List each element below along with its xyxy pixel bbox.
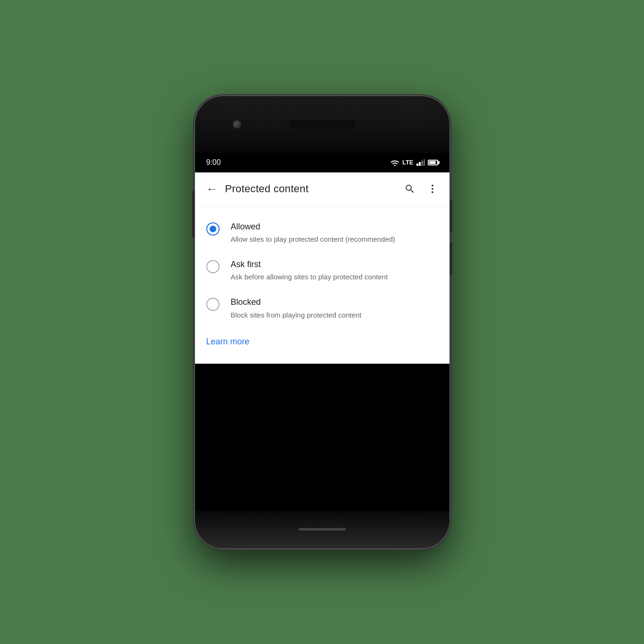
front-camera [233,120,241,129]
status-time: 9:00 [206,158,221,167]
learn-more-link[interactable]: Learn more [206,337,250,346]
option-blocked[interactable]: Blocked Block sites from playing protect… [195,289,449,327]
svg-rect-3 [424,159,425,166]
more-options-button[interactable] [423,179,442,198]
home-indicator [299,528,346,530]
earpiece-speaker [289,121,355,128]
battery-fill [429,161,436,164]
search-button[interactable] [400,179,419,198]
battery-icon [428,160,438,165]
status-bar: 9:00 LTE [195,153,449,172]
svg-rect-0 [416,163,418,166]
option-blocked-label: Blocked [231,297,438,308]
back-arrow-icon: ← [206,183,218,195]
option-allowed-desc: Allow sites to play protected content (r… [231,234,438,244]
radio-allowed-circle [206,222,220,236]
option-ask-first-label: Ask first [231,259,438,270]
radio-blocked-circle [206,298,220,311]
signal-icon [416,159,425,166]
svg-point-6 [432,191,433,193]
volume-up-button[interactable] [450,200,452,233]
bottom-bezel [195,511,449,548]
phone-screen: 9:00 LTE [195,153,449,511]
option-allowed-text: Allowed Allow sites to play protected co… [231,221,438,244]
svg-point-4 [432,185,433,187]
option-allowed-label: Allowed [231,221,438,232]
option-allowed[interactable]: Allowed Allow sites to play protected co… [195,214,449,252]
back-button[interactable]: ← [203,179,221,198]
option-blocked-text: Blocked Block sites from playing protect… [231,297,438,319]
lte-label: LTE [402,159,414,166]
app-bar-actions [400,179,442,198]
volume-down-button[interactable] [450,242,452,275]
search-icon [404,183,416,195]
wifi-icon [390,159,399,166]
phone-device: 9:00 LTE [195,96,449,548]
status-icons: LTE [390,159,438,166]
radio-ask-first-circle [206,260,220,273]
learn-more-section: Learn more [195,327,449,356]
svg-rect-1 [419,162,421,166]
radio-list: Allowed Allow sites to play protected co… [195,206,449,364]
option-ask-first-text: Ask first Ask before allowing sites to p… [231,259,438,282]
svg-rect-2 [421,161,423,166]
top-bezel [195,96,449,153]
svg-point-5 [432,188,433,190]
option-blocked-desc: Block sites from playing protected conte… [231,310,438,320]
option-ask-first[interactable]: Ask first Ask before allowing sites to p… [195,252,449,289]
content-area: ← Protected content [195,172,449,364]
option-ask-first-desc: Ask before allowing sites to play protec… [231,272,438,282]
page-title: Protected content [225,183,400,195]
power-button[interactable] [192,190,195,237]
app-bar: ← Protected content [195,172,449,206]
more-vert-icon [427,183,438,195]
